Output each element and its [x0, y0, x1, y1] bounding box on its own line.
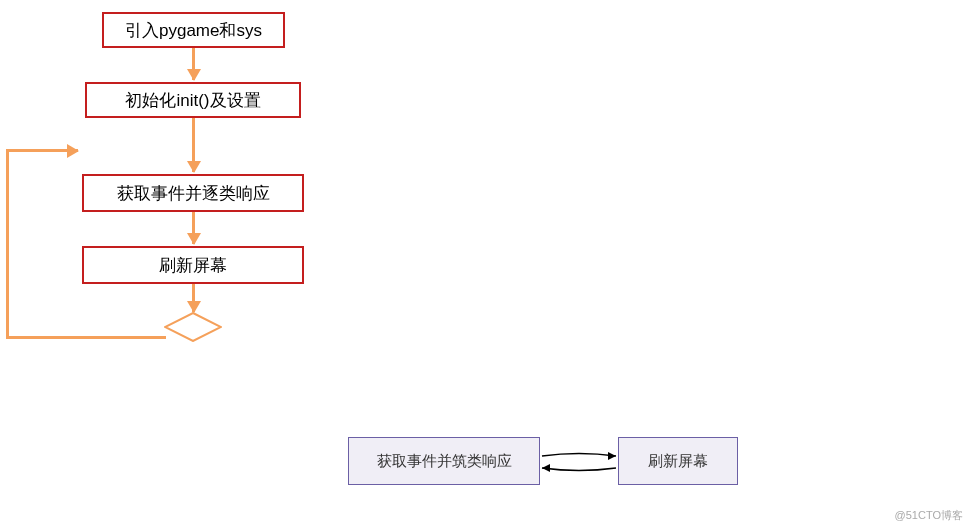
- bottom-box-refresh: 刷新屏幕: [618, 437, 738, 485]
- flow-step-refresh: 刷新屏幕: [82, 246, 304, 284]
- svg-marker-2: [542, 464, 550, 472]
- flow-step-label: 刷新屏幕: [159, 254, 227, 277]
- arrow-4-diamond: [192, 284, 195, 312]
- loop-line-left: [6, 149, 9, 339]
- arrow-1-2: [192, 48, 195, 80]
- arrow-3-4: [192, 212, 195, 244]
- flow-step-events: 获取事件并逐类响应: [82, 174, 304, 212]
- decision-diamond: [164, 312, 222, 342]
- bottom-box-label: 获取事件并筑类响应: [377, 452, 512, 471]
- bidirectional-arrow: [540, 448, 618, 476]
- flow-step-import: 引入pygame和sys: [102, 12, 285, 48]
- arrow-2-3: [192, 118, 195, 172]
- loop-line-bottom: [6, 336, 166, 339]
- svg-marker-0: [165, 313, 221, 341]
- watermark: @51CTO博客: [895, 508, 963, 523]
- bottom-box-label: 刷新屏幕: [648, 452, 708, 471]
- flow-step-label: 初始化init()及设置: [125, 89, 260, 112]
- flow-step-label: 获取事件并逐类响应: [117, 182, 270, 205]
- bottom-box-events: 获取事件并筑类响应: [348, 437, 540, 485]
- flow-step-label: 引入pygame和sys: [125, 19, 262, 42]
- svg-marker-1: [608, 452, 616, 460]
- loop-line-top: [6, 149, 78, 152]
- flow-step-init: 初始化init()及设置: [85, 82, 301, 118]
